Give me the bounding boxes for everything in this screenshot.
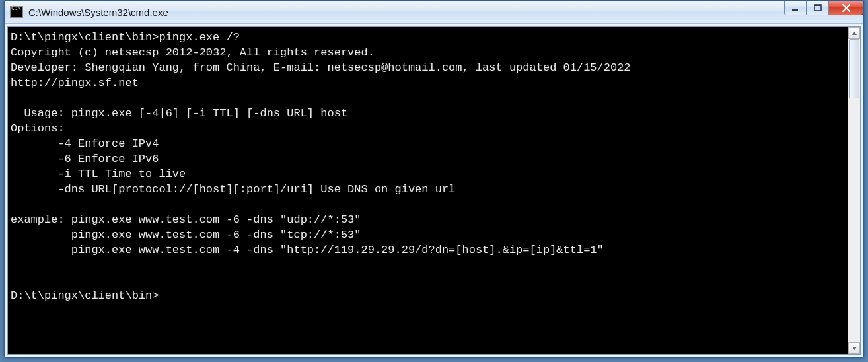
close-button[interactable] xyxy=(829,1,863,15)
window-controls xyxy=(784,1,863,17)
svg-rect-2 xyxy=(814,5,821,6)
scroll-down-button[interactable] xyxy=(848,342,860,354)
cmd-window: C:\Windows\System32\cmd.exe D:\t xyxy=(4,0,864,358)
close-icon xyxy=(842,4,851,12)
window-title: C:\Windows\System32\cmd.exe xyxy=(28,7,168,18)
scroll-track[interactable] xyxy=(848,39,860,342)
minimize-button[interactable] xyxy=(784,1,807,15)
minimize-icon xyxy=(791,4,799,12)
console-viewport[interactable]: D:\t\pingx\client\bin>pingx.exe /? Copyr… xyxy=(8,27,848,354)
svg-rect-0 xyxy=(792,9,798,11)
chevron-down-icon xyxy=(851,345,857,351)
maximize-icon xyxy=(814,4,822,12)
maximize-button[interactable] xyxy=(807,1,829,15)
scroll-thumb[interactable] xyxy=(849,39,859,98)
scroll-up-button[interactable] xyxy=(848,27,860,39)
titlebar[interactable]: C:\Windows\System32\cmd.exe xyxy=(5,1,863,24)
client-area: D:\t\pingx\client\bin>pingx.exe /? Copyr… xyxy=(7,26,861,355)
console-output: D:\t\pingx\client\bin>pingx.exe /? Copyr… xyxy=(8,27,848,306)
vertical-scrollbar[interactable] xyxy=(848,27,860,354)
chevron-up-icon xyxy=(851,30,857,36)
cmd-icon xyxy=(10,6,23,18)
